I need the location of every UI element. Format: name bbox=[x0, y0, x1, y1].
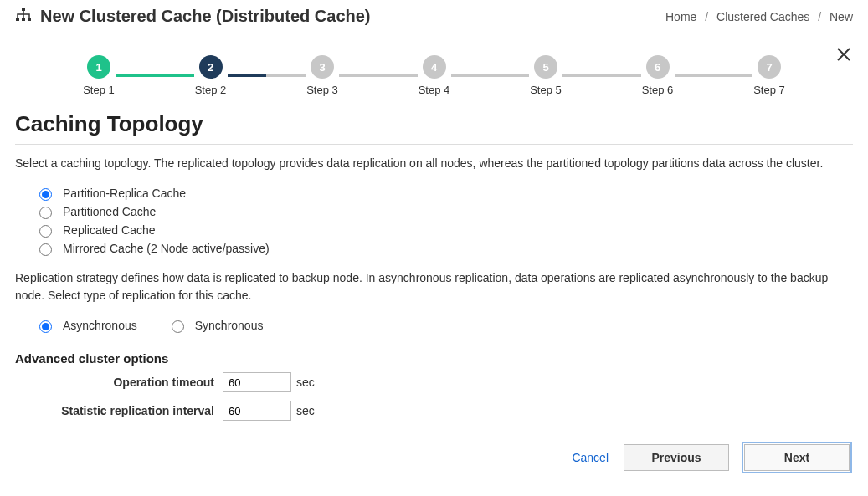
page-header: New Clustered Cache (Distributed Cache) … bbox=[0, 0, 868, 33]
stat-interval-input[interactable] bbox=[223, 401, 291, 421]
step-4[interactable]: 4 Step 4 bbox=[418, 55, 451, 96]
svg-rect-2 bbox=[22, 18, 25, 21]
breadcrumb-caches[interactable]: Clustered Caches bbox=[716, 10, 809, 23]
previous-button[interactable]: Previous bbox=[624, 444, 729, 471]
breadcrumb-new: New bbox=[829, 10, 853, 23]
wizard-footer: Cancel Previous Next bbox=[15, 444, 853, 471]
svg-rect-3 bbox=[28, 18, 31, 21]
cancel-link[interactable]: Cancel bbox=[572, 451, 609, 464]
stat-interval-row: Statistic replication interval sec bbox=[15, 401, 853, 421]
replication-description: Replication strategy defines how data is… bbox=[15, 269, 853, 304]
topology-options: Partition-Replica Cache Partitioned Cach… bbox=[35, 186, 853, 256]
svg-rect-1 bbox=[16, 18, 19, 21]
topology-partitioned[interactable]: Partitioned Cache bbox=[35, 204, 853, 219]
replication-options: Asynchronous Synchronous bbox=[35, 318, 853, 336]
advanced-heading: Advanced cluster options bbox=[15, 351, 853, 366]
step-5[interactable]: 5 Step 5 bbox=[529, 55, 562, 96]
radio-async[interactable] bbox=[39, 320, 52, 333]
section-heading: Caching Topology bbox=[15, 111, 853, 137]
operation-timeout-label: Operation timeout bbox=[15, 376, 223, 389]
replication-sync[interactable]: Synchronous bbox=[167, 318, 264, 333]
breadcrumb-home[interactable]: Home bbox=[665, 10, 696, 23]
step-6[interactable]: 6 Step 6 bbox=[641, 55, 675, 96]
topology-mirrored[interactable]: Mirrored Cache (2 Node active/passive) bbox=[35, 241, 853, 256]
radio-partition-replica[interactable] bbox=[39, 188, 52, 201]
topology-description: Select a caching topology. The replicate… bbox=[15, 155, 853, 172]
stat-interval-unit: sec bbox=[296, 404, 315, 417]
operation-timeout-unit: sec bbox=[296, 376, 315, 389]
replication-async[interactable]: Asynchronous bbox=[35, 318, 137, 333]
operation-timeout-row: Operation timeout sec bbox=[15, 372, 853, 392]
topology-replicated[interactable]: Replicated Cache bbox=[35, 222, 853, 238]
step-7[interactable]: 7 Step 7 bbox=[752, 55, 786, 96]
stat-interval-label: Statistic replication interval bbox=[15, 404, 223, 417]
radio-mirrored[interactable] bbox=[39, 243, 52, 256]
step-1[interactable]: 1 Step 1 bbox=[82, 55, 116, 96]
radio-sync[interactable] bbox=[172, 320, 184, 333]
divider bbox=[15, 144, 853, 145]
hierarchy-icon bbox=[15, 7, 32, 26]
breadcrumb: Home / Clustered Caches / New bbox=[665, 10, 853, 23]
close-icon[interactable] bbox=[835, 45, 853, 66]
step-2[interactable]: 2 Step 2 bbox=[194, 55, 228, 96]
topology-partition-replica[interactable]: Partition-Replica Cache bbox=[35, 186, 853, 201]
radio-partitioned[interactable] bbox=[39, 207, 52, 219]
step-3[interactable]: 3 Step 3 bbox=[306, 55, 339, 96]
page-title: New Clustered Cache (Distributed Cache) bbox=[40, 7, 371, 26]
svg-rect-0 bbox=[22, 8, 25, 11]
wizard-steps: 1 Step 1 2 Step 2 3 Step 3 4 Step 4 5 St… bbox=[82, 55, 786, 96]
next-button[interactable]: Next bbox=[744, 444, 850, 471]
operation-timeout-input[interactable] bbox=[223, 372, 291, 392]
radio-replicated[interactable] bbox=[39, 225, 52, 238]
